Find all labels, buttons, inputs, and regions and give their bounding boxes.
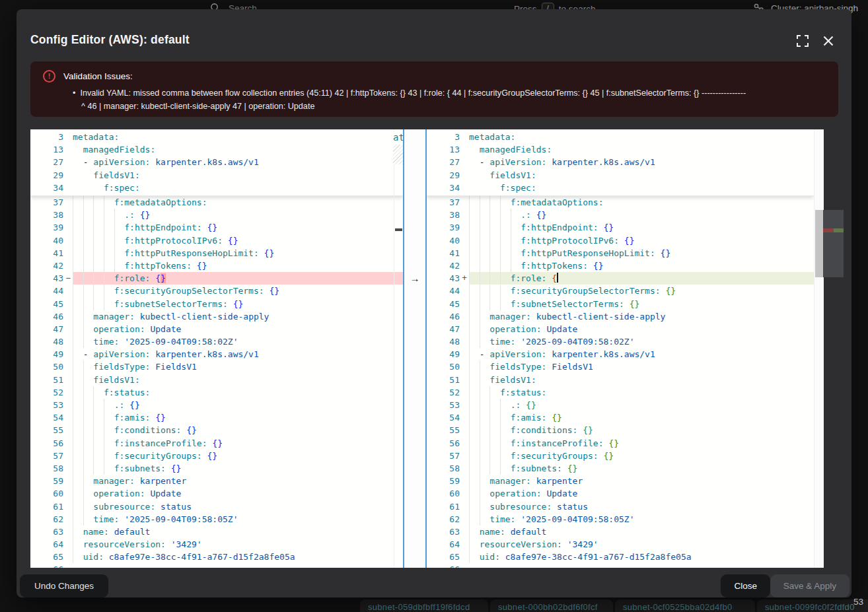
diff-marker (460, 462, 469, 475)
fullscreen-button[interactable] (796, 34, 809, 48)
code-line[interactable]: 49 - apiVersion: karpenter.k8s.aws/v1 (30, 348, 403, 360)
code-line[interactable]: 39 f:httpEndpoint: {} (427, 221, 814, 234)
code-line[interactable]: 44 f:securityGroupSelectorTerms: {} (427, 285, 814, 297)
line-number: 46 (427, 310, 460, 323)
code-line[interactable]: 48 time: '2025-09-04T09:58:02Z' (427, 335, 814, 348)
save-apply-button[interactable]: Save & Apply (770, 574, 850, 597)
overview-deleted-mark (823, 228, 834, 232)
code-line[interactable]: 43− f:role: {} (30, 272, 403, 285)
line-number: 43 (30, 272, 63, 285)
code-line[interactable]: 57 f:securityGroups: {} (427, 450, 814, 462)
code-line[interactable]: 41 f:httpPutResponseHopLimit: {} (427, 247, 814, 259)
diff-gutter[interactable]: → (403, 129, 427, 568)
code-line[interactable]: 38 .: {} (427, 209, 814, 221)
code-line[interactable]: 58 f:subnets: {} (30, 462, 403, 475)
line-number: 49 (30, 348, 63, 360)
code-line[interactable]: 29 fieldsV1: (30, 169, 403, 182)
code-line[interactable]: 64 resourceVersion: '3429' (427, 538, 814, 551)
code-line[interactable]: 60 operation: Update (30, 487, 403, 500)
overview-viewport[interactable] (823, 210, 844, 277)
line-number: 62 (30, 513, 63, 526)
diff-overview-ruler[interactable] (823, 129, 844, 568)
code-line[interactable]: 50 fieldsType: FieldsV1 (30, 360, 403, 373)
code-line[interactable]: 53 .: {} (427, 399, 814, 411)
code-line[interactable]: 34 f:spec: (30, 182, 403, 194)
code-line[interactable]: 55 f:conditions: {} (427, 424, 814, 436)
code-line[interactable]: 53 .: {} (30, 399, 403, 411)
code-line[interactable]: 37 f:metadataOptions: (30, 196, 403, 209)
code-line[interactable]: 58 f:subnets: {} (427, 462, 814, 475)
code-line[interactable]: 63 name: default (427, 526, 814, 538)
line-number: 50 (30, 360, 63, 373)
code-line[interactable]: 34 f:spec: (427, 182, 814, 194)
code-line[interactable]: 37 f:metadataOptions: (427, 196, 814, 209)
code-line[interactable]: 43+ f:role: { (427, 272, 814, 285)
code-line[interactable]: 50 fieldsType: FieldsV1 (427, 360, 814, 373)
line-number: 48 (427, 335, 460, 348)
code-line[interactable]: 61 subresource: status (427, 500, 814, 513)
code-line[interactable]: 40 f:httpProtocolIPv6: {} (30, 234, 403, 247)
diff-marker (460, 298, 469, 310)
code-line[interactable]: 60 operation: Update (427, 487, 814, 500)
code-line[interactable]: 27 - apiVersion: karpenter.k8s.aws/v1 (30, 156, 403, 168)
diff-marker (63, 310, 73, 323)
close-button[interactable]: Close (721, 574, 770, 597)
left-scrollbar-thumb[interactable] (395, 228, 402, 231)
code-line[interactable]: 38 .: {} (30, 209, 403, 221)
code-line[interactable]: 52 f:status: (30, 386, 403, 399)
diff-marker (63, 360, 73, 373)
scrollbar-track[interactable] (814, 129, 824, 568)
code-line[interactable]: 46 manager: kubectl-client-side-apply (427, 310, 814, 323)
code-line[interactable]: 44 f:securityGroupSelectorTerms: {} (30, 285, 403, 297)
code-line[interactable]: 42 f:httpTokens: {} (30, 259, 403, 272)
code-line[interactable]: 29 fieldsV1: (427, 169, 814, 182)
scrollbar-thumb[interactable] (815, 210, 823, 277)
undo-changes-button[interactable]: Undo Changes (20, 574, 108, 597)
code-line[interactable]: 40 f:httpProtocolIPv6: {} (427, 234, 814, 247)
code-line[interactable]: 56 f:instanceProfile: {} (427, 437, 814, 450)
line-number: 40 (30, 234, 63, 247)
code-line[interactable]: 39 f:httpEndpoint: {} (30, 221, 403, 234)
code-line[interactable]: 62 time: '2025-09-04T09:58:05Z' (30, 513, 403, 526)
code-line[interactable]: 59 manager: karpenter (427, 475, 814, 487)
code-line[interactable]: 62 time: '2025-09-04T09:58:05Z' (427, 513, 814, 526)
code-line[interactable]: 3metadata: (427, 131, 814, 143)
code-line[interactable]: 13 managedFields: (30, 143, 403, 156)
code-line[interactable]: 52 f:status: (427, 386, 814, 399)
original-editor-pane[interactable]: 3metadata:13 managedFields:27 - apiVersi… (30, 129, 403, 568)
code-line[interactable]: 61 subresource: status (30, 500, 403, 513)
code-line[interactable]: 3metadata: (30, 131, 403, 143)
code-line[interactable]: 56 f:instanceProfile: {} (30, 437, 403, 450)
revert-change-arrow[interactable]: → (410, 272, 420, 285)
code-line[interactable]: 57 f:securityGroups: {} (30, 450, 403, 462)
close-button-x[interactable] (822, 34, 835, 48)
code-line[interactable]: 63 name: default (30, 526, 403, 538)
line-number: 42 (30, 259, 63, 272)
code-line[interactable]: 45 f:subnetSelectorTerms: {} (427, 298, 814, 310)
code-line[interactable]: 65 uid: c8afe97e-38cc-4f91-a767-d15f2a8f… (30, 551, 403, 563)
line-number: 27 (427, 156, 460, 168)
code-line[interactable]: 51 fieldsV1: (30, 374, 403, 386)
code-line[interactable]: 51 fieldsV1: (427, 374, 814, 386)
code-line[interactable]: 47 operation: Update (427, 323, 814, 335)
code-line[interactable]: 45 f:subnetSelectorTerms: {} (30, 298, 403, 310)
code-line[interactable]: 54 f:amis: {} (30, 411, 403, 424)
code-line[interactable]: 66spec: (427, 563, 814, 568)
code-line[interactable]: 54 f:amis: {} (427, 411, 814, 424)
code-line[interactable]: 42 f:httpTokens: {} (427, 259, 814, 272)
line-number: 52 (427, 386, 460, 399)
code-line[interactable]: 65 uid: c8afe97e-38cc-4f91-a767-d15f2a8f… (427, 551, 814, 563)
code-line[interactable]: 27 - apiVersion: karpenter.k8s.aws/v1 (427, 156, 814, 168)
code-line[interactable]: 66spec: (30, 563, 403, 568)
code-line[interactable]: 47 operation: Update (30, 323, 403, 335)
code-line[interactable]: 13 managedFields: (427, 143, 814, 156)
code-line[interactable]: 59 manager: karpenter (30, 475, 403, 487)
code-line[interactable]: 64 resourceVersion: '3429' (30, 538, 403, 551)
code-line[interactable]: 49 - apiVersion: karpenter.k8s.aws/v1 (427, 348, 814, 360)
modified-editor-pane[interactable]: 3metadata:13 managedFields:27 - apiVersi… (427, 129, 814, 568)
line-number: 51 (427, 374, 460, 386)
code-line[interactable]: 41 f:httpPutResponseHopLimit: {} (30, 247, 403, 259)
code-line[interactable]: 48 time: '2025-09-04T09:58:02Z' (30, 335, 403, 348)
code-line[interactable]: 46 manager: kubectl-client-side-apply (30, 310, 403, 323)
code-line[interactable]: 55 f:conditions: {} (30, 424, 403, 436)
